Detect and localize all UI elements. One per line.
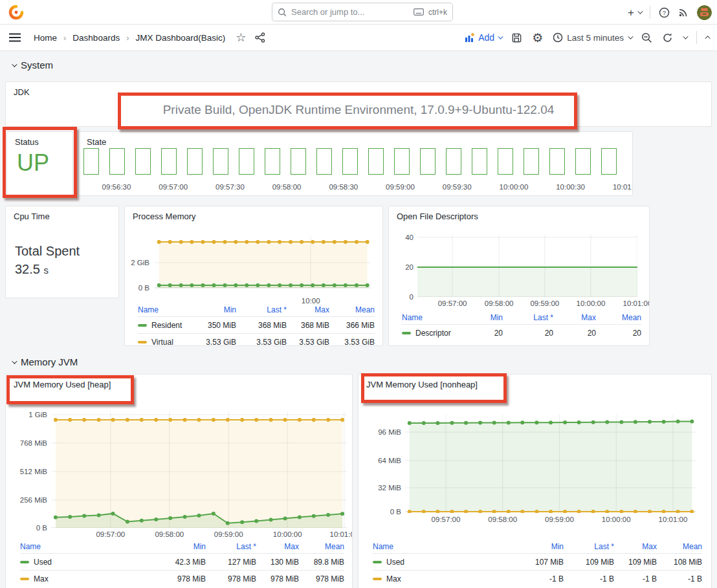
row-system[interactable]: System xyxy=(12,60,53,71)
legend-value: 978 MiB xyxy=(299,574,344,583)
legend-header[interactable]: Mean xyxy=(299,542,344,551)
state-time-axis: 09:56:3009:57:0009:57:3009:58:0009:58:30… xyxy=(79,183,632,193)
legend-header[interactable]: Last * xyxy=(564,542,614,551)
timeseries-chart[interactable] xyxy=(51,411,347,528)
menu-hamburger-icon[interactable] xyxy=(9,33,21,42)
timeseries-chart[interactable] xyxy=(417,235,637,297)
legend-value: 978 MiB xyxy=(206,574,256,583)
x-tick: 10:01:00 xyxy=(329,530,353,538)
panel-title[interactable]: Status xyxy=(15,137,39,147)
time-range-label: Last 5 minutes xyxy=(567,33,624,43)
panel-cpu-time: Cpu Time Total Spent 32.5 s xyxy=(5,206,119,298)
legend-header[interactable]: Last * xyxy=(236,305,287,314)
state-cell xyxy=(549,148,565,175)
legend-series-toggle[interactable]: Max xyxy=(373,574,512,583)
legend-header[interactable]: Max xyxy=(553,313,596,322)
y-tick: 20 xyxy=(405,263,414,271)
timeseries-chart[interactable] xyxy=(405,415,696,513)
legend-row: Used107 MiB109 MiB109 MiB108 MiB xyxy=(373,553,702,570)
share-icon[interactable] xyxy=(255,32,265,43)
new-button[interactable]: + xyxy=(628,7,641,18)
legend-header[interactable]: Min xyxy=(451,313,503,322)
chevron-down-icon xyxy=(498,34,503,39)
state-cell xyxy=(394,148,410,175)
time-range-picker[interactable]: Last 5 minutes xyxy=(553,32,632,43)
legend-header[interactable]: Max xyxy=(256,542,299,551)
row-memory-jvm[interactable]: Memory JVM xyxy=(12,356,78,367)
legend-header[interactable]: Min xyxy=(184,305,236,314)
breadcrumb-dashboards[interactable]: Dashboards xyxy=(72,33,120,43)
legend-value: 20 xyxy=(503,329,553,338)
legend-value: -1 B xyxy=(512,574,564,583)
panel-title[interactable]: JVM Memory Used [nonheap] xyxy=(366,380,478,389)
y-tick: 32 MiB xyxy=(378,484,401,492)
add-panel-button[interactable]: Add xyxy=(465,32,502,43)
y-axis: 40200 xyxy=(394,235,414,297)
zoom-out-icon[interactable] xyxy=(641,32,652,43)
state-cell xyxy=(265,148,280,175)
chevron-down-icon xyxy=(12,61,17,67)
refresh-interval-chevron-icon[interactable] xyxy=(683,34,688,39)
collapse-toolbar-icon[interactable] xyxy=(705,36,710,41)
panel-title[interactable]: State xyxy=(87,137,106,147)
keyboard-icon xyxy=(414,8,424,16)
breadcrumb-separator: › xyxy=(126,33,129,43)
breadcrumb-home[interactable]: Home xyxy=(34,33,57,43)
legend-header[interactable]: Mean xyxy=(596,313,641,322)
legend-header[interactable]: Min xyxy=(512,542,564,551)
panel-title[interactable]: Cpu Time xyxy=(14,212,50,221)
y-tick: 0 B xyxy=(36,524,47,532)
state-cell xyxy=(498,148,513,175)
chevron-down-icon xyxy=(637,8,643,14)
y-tick: 512 MiB xyxy=(20,468,47,475)
legend-series-toggle[interactable]: Used xyxy=(373,558,512,567)
search-input[interactable]: Search or jump to... ctrl+k xyxy=(272,3,453,21)
legend-value: -1 B xyxy=(564,574,614,583)
legend-header[interactable]: Mean xyxy=(329,305,375,314)
legend-header[interactable]: Max xyxy=(287,305,329,314)
news-rss-icon[interactable] xyxy=(678,7,689,17)
timeseries-chart[interactable] xyxy=(155,235,371,296)
state-cell xyxy=(601,148,617,175)
nav-right-cluster: + ? xyxy=(628,0,712,25)
legend-row: Used42.3 MiB127 MiB130 MiB89.8 MiB xyxy=(20,553,344,570)
legend-header[interactable]: Max xyxy=(614,542,657,551)
help-icon[interactable]: ? xyxy=(659,7,670,18)
panel-title[interactable]: Open File Descriptors xyxy=(397,212,478,221)
legend-series-toggle[interactable]: Descriptors xyxy=(402,329,451,338)
panel-title[interactable]: JVM Memory Used [heap] xyxy=(14,380,111,389)
legend-header[interactable]: Last * xyxy=(503,313,553,322)
legend-series-toggle[interactable]: Virtual xyxy=(138,338,184,347)
y-tick: 768 MiB xyxy=(20,439,47,447)
legend-value: 978 MiB xyxy=(256,574,299,583)
state-cell xyxy=(316,148,332,175)
panel-title[interactable]: JDK xyxy=(14,87,30,97)
legend-header[interactable]: Last * xyxy=(206,542,256,551)
legend-header[interactable]: Name xyxy=(373,542,512,551)
legend-header[interactable]: Name xyxy=(402,313,451,322)
series-color-dash-icon xyxy=(20,578,29,580)
grafana-logo-icon[interactable] xyxy=(8,5,24,20)
legend-value: 107 MiB xyxy=(512,558,564,567)
breadcrumb-separator: › xyxy=(63,33,66,43)
save-dashboard-icon[interactable] xyxy=(511,32,522,43)
x-tick: 09:59:00 xyxy=(530,299,559,307)
panel-title[interactable]: Process Memory xyxy=(133,212,196,221)
legend-series-toggle[interactable]: Resident xyxy=(138,321,184,330)
series-color-dash-icon xyxy=(373,578,382,580)
refresh-icon[interactable] xyxy=(662,32,673,43)
state-timeline[interactable] xyxy=(83,148,617,175)
legend-value: -1 B xyxy=(614,574,657,583)
legend-header[interactable]: Name xyxy=(20,542,154,551)
settings-gear-icon[interactable]: ⚙ xyxy=(532,32,543,44)
legend-series-toggle[interactable]: Used xyxy=(20,558,154,567)
legend-header[interactable]: Mean xyxy=(657,542,702,551)
legend-header[interactable]: Min xyxy=(154,542,206,551)
panel-jdk: JDK Private Build, OpenJDK Runtime Envir… xyxy=(5,82,712,127)
legend-series-toggle[interactable]: Max xyxy=(20,574,154,583)
legend-header[interactable]: Name xyxy=(138,305,184,314)
user-avatar[interactable] xyxy=(697,5,712,20)
legend-row: Virtual3.53 GiB3.53 GiB3.53 GiB3.53 GiB xyxy=(138,333,375,346)
favorite-star-icon[interactable]: ☆ xyxy=(236,32,246,43)
breadcrumb-current[interactable]: JMX Dashboard(Basic) xyxy=(136,33,226,43)
